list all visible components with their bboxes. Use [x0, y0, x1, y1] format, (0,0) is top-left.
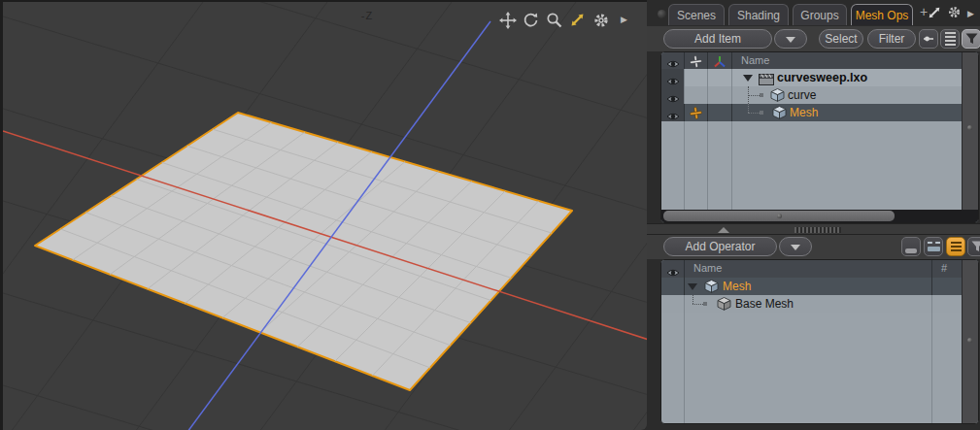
mesh-op-row-mesh-selected[interactable]: Mesh: [661, 278, 978, 295]
list-view-active-icon[interactable]: [946, 237, 965, 256]
mesh-ops-list-header: Name #: [661, 260, 978, 278]
right-panel: Scenes Shading Groups Mesh Ops + ▶ Add I…: [647, 0, 980, 430]
rotate-icon[interactable]: [522, 11, 540, 29]
panel-settings-gear-icon[interactable]: [947, 5, 962, 23]
splitter-grip[interactable]: [794, 227, 841, 233]
pan-move-icon[interactable]: [498, 11, 517, 29]
viewport-toolbar: ▶: [498, 11, 633, 29]
viewport-axis-label: -Z: [348, 10, 387, 21]
mesh-ops-list[interactable]: Name # Mesh B: [660, 259, 979, 424]
collapse-triangle-icon[interactable]: [743, 75, 753, 86]
tab-scenes[interactable]: Scenes: [668, 4, 725, 25]
filter-funnel-icon[interactable]: [962, 29, 980, 49]
select-button[interactable]: Select: [819, 29, 863, 49]
filter-funnel-icon[interactable]: [967, 237, 980, 256]
mesh-op-label[interactable]: Mesh: [723, 280, 751, 293]
3d-viewport[interactable]: -Z ▶: [0, 0, 647, 430]
name-column-header[interactable]: Name: [741, 54, 769, 66]
collapsed-view-icon[interactable]: [901, 237, 921, 256]
filter-button[interactable]: Filter: [867, 29, 916, 49]
item-list-horizontal-scrollbar[interactable]: [661, 210, 978, 222]
tab-mesh-ops[interactable]: Mesh Ops: [851, 4, 913, 25]
item-label[interactable]: curvesweep.lxo: [777, 71, 867, 84]
tab-shading[interactable]: Shading: [728, 4, 789, 25]
maximize-viewport-icon[interactable]: [568, 11, 587, 29]
panel-tab-bar: Scenes Shading Groups Mesh Ops + ▶: [647, 0, 980, 26]
modo-window: -Z ▶ Scenes Shading Gro: [0, 0, 980, 430]
panel-splitter[interactable]: [647, 223, 980, 235]
count-column-header[interactable]: #: [941, 262, 947, 274]
item-list-vertical-scrollbar[interactable]: [962, 52, 978, 210]
add-operator-button[interactable]: Add Operator: [663, 237, 777, 256]
viewport-menu-expand-icon[interactable]: ▶: [615, 11, 633, 29]
slider-options-icon[interactable]: [919, 29, 938, 49]
item-label[interactable]: curve: [788, 88, 816, 102]
scrollbar-thumb[interactable]: [663, 211, 895, 221]
tab-groups[interactable]: Groups: [793, 4, 847, 25]
viewport-settings-gear-icon[interactable]: [591, 11, 610, 29]
viewport-scene[interactable]: [3, 2, 647, 430]
item-label[interactable]: Mesh: [790, 106, 818, 119]
tab-bar-icons: ▶: [928, 5, 974, 23]
add-item-button[interactable]: Add Item: [663, 29, 772, 49]
mesh-ops-toolbar: Add Operator: [647, 235, 980, 259]
gray-cube-icon: [717, 297, 731, 314]
item-row-curvesweep[interactable]: curvesweep.lxo: [661, 69, 978, 86]
zoom-magnifier-icon[interactable]: [545, 11, 563, 29]
mesh-op-label[interactable]: Base Mesh: [735, 297, 794, 311]
frame-view-icon[interactable]: [924, 237, 943, 256]
add-operator-dropdown-arrow[interactable]: [779, 237, 812, 256]
item-list[interactable]: Name curvesweep.lxo: [660, 51, 979, 223]
add-tab-button[interactable]: +: [920, 4, 928, 19]
collapse-triangle-icon[interactable]: [688, 283, 697, 295]
collapse-up-icon[interactable]: [718, 227, 729, 233]
active-item-cross-icon[interactable]: [690, 106, 702, 123]
mesh-op-row-base-mesh[interactable]: Base Mesh: [661, 295, 978, 313]
item-row-curve[interactable]: curve: [661, 86, 978, 104]
pop-out-panel-icon[interactable]: [928, 6, 941, 23]
add-item-dropdown-arrow[interactable]: [774, 29, 807, 49]
selected-mesh-plane: [35, 113, 572, 390]
mesh-ops-vertical-scrollbar[interactable]: [962, 260, 978, 423]
item-row-mesh-selected[interactable]: Mesh: [661, 104, 978, 121]
eye-visibility-icon[interactable]: [666, 108, 680, 125]
item-list-header: Name: [661, 52, 978, 69]
name-column-header[interactable]: Name: [693, 262, 722, 274]
list-view-icon[interactable]: [940, 29, 960, 49]
panel-options-icon[interactable]: [658, 10, 666, 18]
panel-expand-icon[interactable]: ▶: [967, 10, 974, 18]
mesh-cube-icon: [772, 106, 787, 123]
items-toolbar: Add Item Select Filter: [647, 26, 980, 51]
